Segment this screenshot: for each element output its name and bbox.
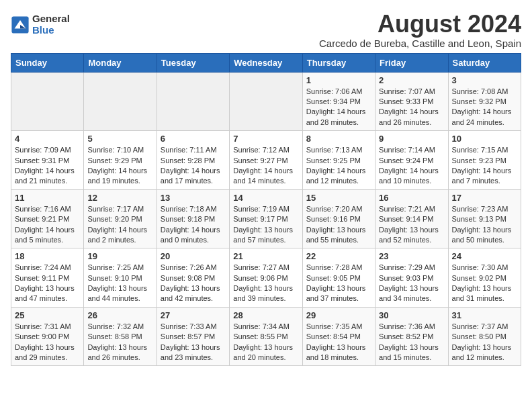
day-info: Sunrise: 7:24 AMSunset: 9:11 PMDaylight:… <box>15 263 80 304</box>
calendar-week-row: 25Sunrise: 7:31 AMSunset: 9:00 PMDayligh… <box>11 307 521 366</box>
table-row: 25Sunrise: 7:31 AMSunset: 9:00 PMDayligh… <box>11 307 84 366</box>
table-row: 30Sunrise: 7:36 AMSunset: 8:52 PMDayligh… <box>375 307 448 366</box>
table-row: 13Sunrise: 7:18 AMSunset: 9:18 PMDayligh… <box>157 189 229 248</box>
table-row: 19Sunrise: 7:25 AMSunset: 9:10 PMDayligh… <box>84 248 157 308</box>
header-tuesday: Tuesday <box>157 53 229 72</box>
day-number: 20 <box>161 251 226 261</box>
table-row: 6Sunrise: 7:11 AMSunset: 9:28 PMDaylight… <box>157 131 229 190</box>
day-info: Sunrise: 7:29 AMSunset: 9:03 PMDaylight:… <box>379 263 444 304</box>
day-number: 29 <box>306 310 371 320</box>
day-info: Sunrise: 7:28 AMSunset: 9:05 PMDaylight:… <box>306 263 371 304</box>
table-row <box>84 72 157 131</box>
day-number: 12 <box>87 193 152 203</box>
day-number: 27 <box>161 310 226 320</box>
table-row: 20Sunrise: 7:26 AMSunset: 9:08 PMDayligh… <box>157 248 229 308</box>
day-number: 5 <box>87 134 152 144</box>
day-number: 9 <box>379 134 444 144</box>
logo-text: General Blue <box>32 13 70 36</box>
header: General Blue August 2024 Carcedo de Bure… <box>11 11 521 49</box>
header-thursday: Thursday <box>302 53 375 72</box>
table-row: 5Sunrise: 7:10 AMSunset: 9:29 PMDaylight… <box>84 131 157 190</box>
day-number: 23 <box>379 251 444 261</box>
table-row: 11Sunrise: 7:16 AMSunset: 9:21 PMDayligh… <box>11 189 84 248</box>
day-info: Sunrise: 7:17 AMSunset: 9:20 PMDaylight:… <box>87 204 152 246</box>
header-wednesday: Wednesday <box>230 53 302 72</box>
day-number: 26 <box>87 310 152 320</box>
day-info: Sunrise: 7:08 AMSunset: 9:32 PMDaylight:… <box>452 87 517 128</box>
table-row: 9Sunrise: 7:14 AMSunset: 9:24 PMDaylight… <box>375 131 448 190</box>
day-number: 21 <box>233 251 298 261</box>
day-info: Sunrise: 7:10 AMSunset: 9:29 PMDaylight:… <box>87 145 152 187</box>
day-info: Sunrise: 7:30 AMSunset: 9:02 PMDaylight:… <box>452 263 517 304</box>
day-number: 17 <box>452 193 517 203</box>
table-row: 3Sunrise: 7:08 AMSunset: 9:32 PMDaylight… <box>448 72 521 131</box>
table-row: 14Sunrise: 7:19 AMSunset: 9:17 PMDayligh… <box>230 189 302 248</box>
day-info: Sunrise: 7:13 AMSunset: 9:25 PMDaylight:… <box>306 145 371 187</box>
day-info: Sunrise: 7:19 AMSunset: 9:17 PMDaylight:… <box>233 204 298 246</box>
day-number: 18 <box>15 251 80 261</box>
day-info: Sunrise: 7:12 AMSunset: 9:27 PMDaylight:… <box>233 145 298 187</box>
calendar-week-row: 18Sunrise: 7:24 AMSunset: 9:11 PMDayligh… <box>11 248 521 308</box>
table-row: 24Sunrise: 7:30 AMSunset: 9:02 PMDayligh… <box>448 248 521 308</box>
table-row: 21Sunrise: 7:27 AMSunset: 9:06 PMDayligh… <box>230 248 302 308</box>
day-number: 30 <box>379 310 444 320</box>
table-row: 23Sunrise: 7:29 AMSunset: 9:03 PMDayligh… <box>375 248 448 308</box>
day-info: Sunrise: 7:26 AMSunset: 9:08 PMDaylight:… <box>161 263 226 304</box>
calendar-week-row: 1Sunrise: 7:06 AMSunset: 9:34 PMDaylight… <box>11 72 521 131</box>
day-number: 24 <box>452 251 517 261</box>
table-row: 17Sunrise: 7:23 AMSunset: 9:13 PMDayligh… <box>448 189 521 248</box>
day-info: Sunrise: 7:06 AMSunset: 9:34 PMDaylight:… <box>306 87 371 128</box>
table-row <box>11 72 84 131</box>
day-info: Sunrise: 7:11 AMSunset: 9:28 PMDaylight:… <box>161 145 226 187</box>
day-info: Sunrise: 7:37 AMSunset: 8:50 PMDaylight:… <box>452 322 517 363</box>
table-row <box>157 72 229 131</box>
day-number: 7 <box>233 134 298 144</box>
table-row: 15Sunrise: 7:20 AMSunset: 9:16 PMDayligh… <box>302 189 375 248</box>
day-number: 10 <box>452 134 517 144</box>
day-number: 1 <box>306 75 371 85</box>
day-info: Sunrise: 7:25 AMSunset: 9:10 PMDaylight:… <box>87 263 152 304</box>
header-sunday: Sunday <box>11 53 84 72</box>
header-monday: Monday <box>84 53 157 72</box>
day-number: 2 <box>379 75 444 85</box>
table-row: 29Sunrise: 7:35 AMSunset: 8:54 PMDayligh… <box>302 307 375 366</box>
logo-general-text: General <box>32 13 70 25</box>
day-number: 3 <box>452 75 517 85</box>
calendar-week-row: 11Sunrise: 7:16 AMSunset: 9:21 PMDayligh… <box>11 189 521 248</box>
logo: General Blue <box>11 13 70 36</box>
table-row: 28Sunrise: 7:34 AMSunset: 8:55 PMDayligh… <box>230 307 302 366</box>
day-number: 8 <box>306 134 371 144</box>
month-title: August 2024 <box>319 11 521 38</box>
table-row: 2Sunrise: 7:07 AMSunset: 9:33 PMDaylight… <box>375 72 448 131</box>
day-info: Sunrise: 7:32 AMSunset: 8:58 PMDaylight:… <box>87 322 152 363</box>
table-row: 18Sunrise: 7:24 AMSunset: 9:11 PMDayligh… <box>11 248 84 308</box>
title-area: August 2024 Carcedo de Bureba, Castille … <box>319 11 521 49</box>
day-info: Sunrise: 7:33 AMSunset: 8:57 PMDaylight:… <box>161 322 226 363</box>
day-info: Sunrise: 7:09 AMSunset: 9:31 PMDaylight:… <box>15 145 80 187</box>
table-row: 31Sunrise: 7:37 AMSunset: 8:50 PMDayligh… <box>448 307 521 366</box>
day-info: Sunrise: 7:23 AMSunset: 9:13 PMDaylight:… <box>452 204 517 246</box>
day-info: Sunrise: 7:27 AMSunset: 9:06 PMDaylight:… <box>233 263 298 304</box>
calendar: Sunday Monday Tuesday Wednesday Thursday… <box>11 53 521 367</box>
day-info: Sunrise: 7:35 AMSunset: 8:54 PMDaylight:… <box>306 322 371 363</box>
day-number: 25 <box>15 310 80 320</box>
calendar-header-row: Sunday Monday Tuesday Wednesday Thursday… <box>11 53 521 72</box>
day-info: Sunrise: 7:14 AMSunset: 9:24 PMDaylight:… <box>379 145 444 187</box>
header-friday: Friday <box>375 53 448 72</box>
day-info: Sunrise: 7:16 AMSunset: 9:21 PMDaylight:… <box>15 204 80 246</box>
day-info: Sunrise: 7:34 AMSunset: 8:55 PMDaylight:… <box>233 322 298 363</box>
table-row: 10Sunrise: 7:15 AMSunset: 9:23 PMDayligh… <box>448 131 521 190</box>
table-row <box>230 72 302 131</box>
day-info: Sunrise: 7:20 AMSunset: 9:16 PMDaylight:… <box>306 204 371 246</box>
table-row: 22Sunrise: 7:28 AMSunset: 9:05 PMDayligh… <box>302 248 375 308</box>
day-info: Sunrise: 7:07 AMSunset: 9:33 PMDaylight:… <box>379 87 444 128</box>
table-row: 26Sunrise: 7:32 AMSunset: 8:58 PMDayligh… <box>84 307 157 366</box>
day-number: 11 <box>15 193 80 203</box>
table-row: 12Sunrise: 7:17 AMSunset: 9:20 PMDayligh… <box>84 189 157 248</box>
day-number: 6 <box>161 134 226 144</box>
day-number: 28 <box>233 310 298 320</box>
day-info: Sunrise: 7:31 AMSunset: 9:00 PMDaylight:… <box>15 322 80 363</box>
day-number: 16 <box>379 193 444 203</box>
location-title: Carcedo de Bureba, Castille and Leon, Sp… <box>319 38 521 49</box>
day-number: 14 <box>233 193 298 203</box>
